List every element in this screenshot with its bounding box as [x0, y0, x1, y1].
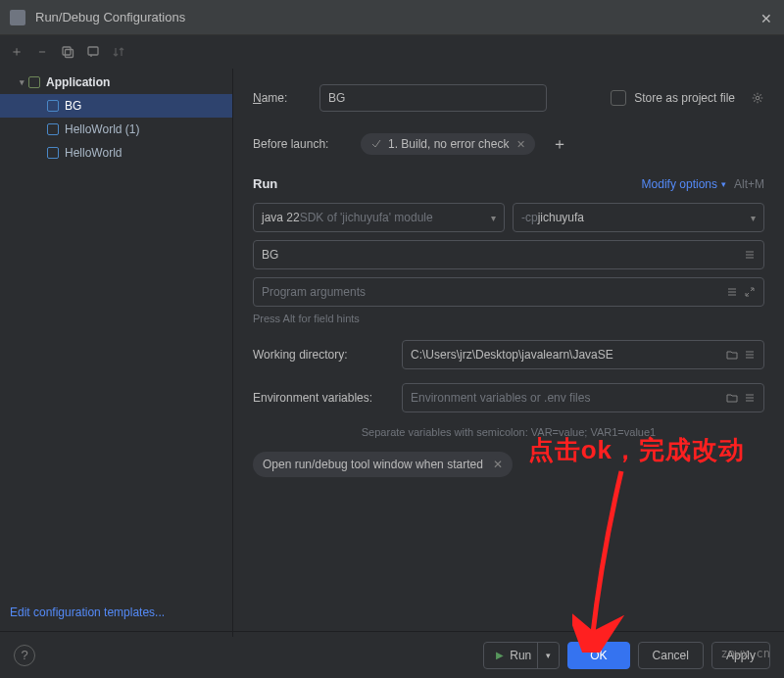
working-directory-label: Working directory: — [253, 348, 390, 362]
config-icon — [47, 100, 59, 112]
tree-item-label: HelloWorld (1) — [65, 122, 139, 136]
svg-rect-1 — [66, 50, 74, 58]
svg-point-3 — [756, 96, 760, 100]
before-launch-label: Before launch: — [253, 137, 347, 151]
store-as-project-checkbox[interactable]: Store as project file — [611, 90, 735, 106]
sdk-dropdown[interactable]: java 22 SDK of 'jichuyufa' module ▾ — [253, 203, 505, 232]
annotation-text: 点击ok，完成改动 — [528, 433, 745, 467]
run-label: Run — [510, 649, 531, 662]
store-label: Store as project file — [634, 91, 735, 105]
list-icon[interactable] — [744, 349, 756, 361]
application-icon — [28, 76, 40, 88]
field-hint-text: Press Alt for field hints — [253, 313, 764, 324]
name-input[interactable] — [319, 84, 547, 112]
sort-icon[interactable] — [108, 41, 129, 63]
add-icon[interactable]: ＋ — [6, 41, 27, 63]
list-icon[interactable] — [744, 249, 756, 261]
main-class-value: BG — [262, 248, 278, 262]
help-button[interactable]: ? — [14, 645, 35, 666]
name-label: Name: — [253, 91, 308, 105]
remove-option-icon[interactable]: ✕ — [493, 458, 503, 471]
cp-value: jichuyufa — [538, 211, 584, 224]
main-class-input[interactable]: BG — [253, 240, 764, 269]
program-args-placeholder: Program arguments — [262, 285, 366, 299]
svg-rect-2 — [88, 47, 98, 55]
env-variables-label: Environment variables: — [253, 391, 390, 405]
config-tree: ▾ Application BG HelloWorld (1) HelloWor… — [0, 69, 233, 637]
classpath-dropdown[interactable]: -cp jichuyufa ▾ — [513, 203, 764, 232]
folder-icon[interactable] — [726, 349, 738, 361]
chevron-down-icon: ▾ — [20, 77, 24, 87]
config-icon — [47, 123, 59, 135]
program-arguments-input[interactable]: Program arguments — [253, 277, 764, 307]
tree-root-application[interactable]: ▾ Application — [0, 71, 232, 94]
list-icon[interactable] — [744, 392, 756, 404]
tree-item-helloworld[interactable]: HelloWorld — [0, 141, 232, 165]
folder-icon[interactable] — [726, 392, 738, 404]
watermark: znwx.cn — [720, 647, 770, 660]
env-variables-input[interactable]: Environment variables or .env files — [402, 383, 764, 412]
list-icon[interactable] — [726, 286, 738, 298]
app-icon — [10, 10, 25, 25]
ok-button[interactable]: OK — [567, 642, 629, 669]
tree-item-label: BG — [65, 99, 81, 113]
working-directory-input[interactable]: C:\Users\jrz\Desktop\javalearn\JavaSE — [402, 340, 764, 369]
modify-shortcut: Alt+M — [734, 177, 764, 191]
task-label: 1. Build, no error check — [388, 137, 509, 151]
wd-value: C:\Users\jrz\Desktop\javalearn\JavaSE — [411, 348, 613, 362]
modify-options-label: Modify options — [642, 177, 717, 191]
add-task-button[interactable]: ＋ — [549, 133, 570, 155]
cancel-button[interactable]: Cancel — [638, 642, 704, 669]
tree-item-bg[interactable]: BG — [0, 94, 232, 118]
tree-root-label: Application — [46, 75, 110, 89]
sdk-hint: SDK of 'jichuyufa' module — [300, 211, 433, 224]
env-placeholder: Environment variables or .env files — [411, 391, 590, 405]
remove-icon[interactable]: － — [31, 41, 53, 63]
run-dropdown-chevron[interactable]: ▾ — [537, 643, 559, 668]
save-template-icon[interactable] — [82, 41, 104, 63]
edit-templates-link[interactable]: Edit configuration templates... — [10, 605, 165, 619]
cp-prefix: -cp — [521, 211, 538, 224]
expand-icon[interactable] — [744, 286, 756, 298]
remove-task-icon[interactable]: ✕ — [516, 138, 525, 151]
chevron-down-icon: ▾ — [491, 213, 496, 223]
play-icon: ▶ — [496, 650, 504, 660]
chevron-down-icon: ▾ — [721, 179, 726, 189]
run-button[interactable]: ▶ Run ▾ — [483, 642, 560, 669]
run-section-title: Run — [253, 176, 277, 191]
config-icon — [47, 147, 59, 159]
tree-item-label: HelloWorld — [65, 146, 122, 160]
close-icon[interactable]: ✕ — [760, 11, 774, 24]
svg-rect-0 — [63, 47, 71, 55]
sdk-value: java 22 — [262, 211, 300, 224]
open-tool-window-option[interactable]: Open run/debug tool window when started … — [253, 452, 513, 477]
window-title: Run/Debug Configurations — [35, 10, 760, 24]
checkbox-box — [611, 90, 626, 106]
gear-icon[interactable] — [751, 91, 764, 105]
copy-icon[interactable] — [57, 41, 78, 63]
chevron-down-icon: ▾ — [751, 213, 756, 223]
open-tool-label: Open run/debug tool window when started — [263, 458, 483, 471]
modify-options-link[interactable]: Modify options ▾ Alt+M — [642, 177, 764, 191]
before-launch-task[interactable]: 1. Build, no error check ✕ — [361, 133, 535, 155]
tree-item-helloworld-1[interactable]: HelloWorld (1) — [0, 118, 232, 141]
